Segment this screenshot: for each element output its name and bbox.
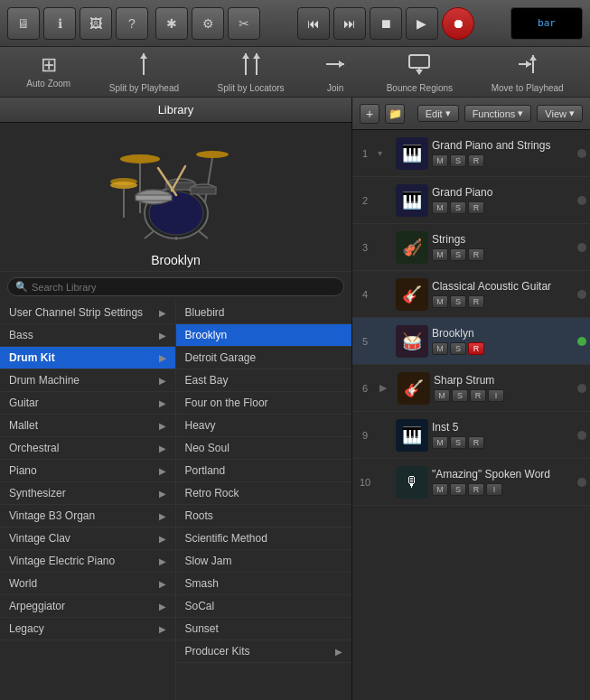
solo-button[interactable]: S: [450, 201, 466, 214]
solo-button[interactable]: S: [450, 342, 466, 355]
bounce-regions-tool[interactable]: Bounce Regions: [379, 48, 460, 97]
rec-button[interactable]: R: [468, 295, 484, 308]
arrow-icon: ▶: [159, 443, 166, 453]
category-item-world[interactable]: World ▶: [0, 573, 175, 595]
play-button[interactable]: ▶: [406, 7, 438, 40]
cpu-button[interactable]: ✱: [155, 7, 188, 40]
category-item[interactable]: Drum Machine ▶: [0, 369, 175, 392]
rewind-button[interactable]: ⏮: [297, 7, 330, 40]
media-button[interactable]: 🖼: [80, 7, 112, 40]
subcategory-item[interactable]: Retro Rock: [176, 482, 352, 505]
file-tools-group: 🖥 ℹ 🖼 ?: [7, 7, 148, 40]
split-by-playhead-tool[interactable]: Split by Playhead: [102, 48, 186, 97]
solo-button[interactable]: S: [450, 248, 466, 261]
mute-button[interactable]: M: [432, 295, 448, 308]
add-folder-button[interactable]: 📁: [385, 104, 405, 124]
mute-button[interactable]: M: [432, 154, 448, 167]
rec-button[interactable]: R: [468, 154, 484, 167]
svg-point-20: [110, 182, 137, 189]
subcategory-item[interactable]: Heavy: [176, 415, 352, 437]
join-tool[interactable]: Join: [315, 48, 355, 97]
help-button[interactable]: ?: [116, 7, 148, 40]
subcategory-item[interactable]: Detroit Garage: [176, 347, 352, 369]
category-item[interactable]: User Channel Strip Settings ▶: [0, 302, 175, 324]
subcategory-item[interactable]: Slow Jam: [176, 550, 352, 573]
solo-button[interactable]: S: [450, 436, 466, 449]
solo-button[interactable]: S: [450, 483, 466, 496]
category-item[interactable]: Arpeggiator ▶: [0, 595, 175, 618]
rec-button[interactable]: R: [468, 436, 484, 449]
track-number: 6: [352, 383, 378, 394]
category-item[interactable]: Vintage Electric Piano ▶: [0, 550, 175, 573]
bounce-regions-label: Bounce Regions: [387, 83, 453, 93]
rec-button[interactable]: R: [468, 201, 484, 214]
mute-button[interactable]: M: [432, 201, 448, 214]
subcategory-item[interactable]: Sunset: [176, 618, 352, 640]
play-button[interactable]: ▶: [379, 382, 394, 394]
rec-button[interactable]: R: [468, 248, 484, 261]
subcategory-item[interactable]: Bluebird: [176, 302, 352, 324]
scissor-button[interactable]: ✂: [228, 7, 260, 40]
mute-button[interactable]: M: [434, 389, 450, 402]
category-item[interactable]: Piano ▶: [0, 460, 175, 482]
subcategory-item[interactable]: Portland: [176, 460, 352, 482]
info-button[interactable]: I: [486, 483, 502, 496]
add-track-button[interactable]: +: [360, 104, 379, 124]
subcategory-item[interactable]: Smash: [176, 573, 352, 595]
mute-button[interactable]: M: [432, 342, 448, 355]
track-number: 4: [352, 289, 378, 300]
track-info: Sharp Strum M S R I: [434, 374, 574, 402]
view-button[interactable]: View ▾: [537, 105, 583, 122]
solo-button[interactable]: S: [452, 389, 468, 402]
track-number: 2: [352, 195, 378, 206]
subcategory-item-producer[interactable]: Producer Kits ▶: [176, 640, 352, 663]
auto-zoom-tool[interactable]: ⊞ Auto Zoom: [19, 51, 78, 92]
category-item[interactable]: Guitar ▶: [0, 392, 175, 415]
rec-button[interactable]: R: [470, 389, 486, 402]
search-bar[interactable]: 🔍: [7, 277, 344, 296]
arrow-icon: ▶: [159, 579, 166, 589]
move-to-playhead-tool[interactable]: Move to Playhead: [484, 48, 571, 97]
arrow-icon: ▶: [159, 511, 166, 521]
subcategory-item-brooklyn[interactable]: Brooklyn: [176, 324, 352, 347]
subcategory-item[interactable]: Neo Soul: [176, 437, 352, 460]
category-item[interactable]: Vintage Clav ▶: [0, 527, 175, 550]
subcategory-item[interactable]: SoCal: [176, 595, 352, 618]
subcategory-item[interactable]: Four on the Floor: [176, 392, 352, 415]
solo-button[interactable]: S: [450, 154, 466, 167]
category-item[interactable]: Legacy ▶: [0, 618, 175, 640]
search-icon: 🔍: [15, 281, 28, 293]
mute-button[interactable]: M: [432, 436, 448, 449]
split-by-locators-tool[interactable]: Split by Locators: [211, 48, 292, 97]
info-button[interactable]: ℹ: [43, 7, 76, 40]
subcategory-item[interactable]: Scientific Method: [176, 527, 352, 550]
mute-button[interactable]: M: [432, 483, 448, 496]
info-button[interactable]: I: [488, 389, 504, 402]
view-label: View: [545, 108, 567, 119]
stop-button[interactable]: ⏹: [370, 7, 402, 40]
category-item[interactable]: Vintage B3 Organ ▶: [0, 505, 175, 527]
mute-button[interactable]: M: [432, 248, 448, 261]
subcategory-item[interactable]: Roots: [176, 505, 352, 527]
category-item[interactable]: Orchestral ▶: [0, 437, 175, 460]
forward-button[interactable]: ⏭: [333, 7, 366, 40]
svg-marker-7: [339, 61, 344, 68]
subcategory-item[interactable]: East Bay: [176, 369, 352, 392]
functions-button[interactable]: Functions ▾: [464, 105, 532, 122]
rec-button[interactable]: R: [468, 342, 484, 355]
file-button[interactable]: 🖥: [7, 7, 40, 40]
solo-button[interactable]: S: [450, 295, 466, 308]
record-button[interactable]: ⏺: [442, 7, 474, 40]
track-name: Inst 5: [432, 421, 574, 434]
svg-line-33: [199, 231, 208, 238]
category-item-drumkit[interactable]: Drum Kit ▶: [0, 347, 175, 369]
category-item[interactable]: Mallet ▶: [0, 415, 175, 437]
track-controls: M S R I: [434, 389, 574, 402]
expand-button[interactable]: ▾: [378, 148, 392, 158]
edit-button[interactable]: Edit ▾: [417, 105, 459, 122]
rec-button[interactable]: R: [468, 483, 484, 496]
mixer-button[interactable]: ⚙: [192, 7, 224, 40]
search-input[interactable]: [32, 282, 336, 293]
category-item[interactable]: Bass ▶: [0, 324, 175, 347]
category-item[interactable]: Synthesizer ▶: [0, 482, 175, 505]
